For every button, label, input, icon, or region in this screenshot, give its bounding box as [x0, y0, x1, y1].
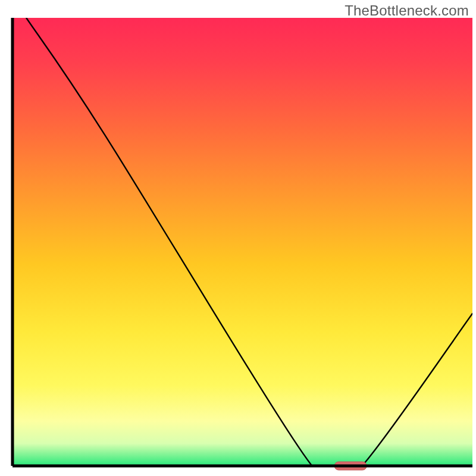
watermark-text: TheBottleneck.com — [345, 2, 469, 19]
plot-background — [12, 18, 472, 466]
chart-container: { "watermark": "TheBottleneck.com", "col… — [0, 0, 476, 476]
bottleneck-chart — [0, 0, 476, 476]
